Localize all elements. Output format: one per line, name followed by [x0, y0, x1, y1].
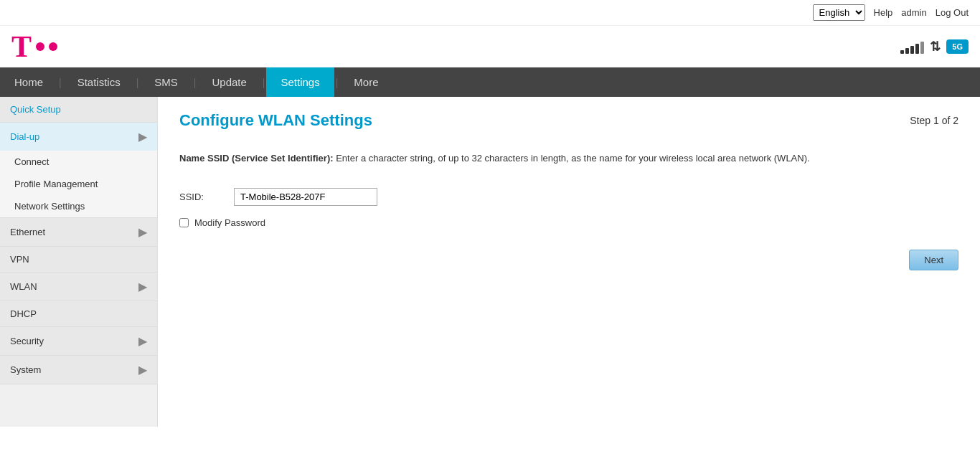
signal-bar-1	[900, 50, 904, 54]
signal-bar-4	[915, 44, 919, 54]
description-label: Name SSID (Service Set Identifier):	[179, 153, 334, 164]
nav-home[interactable]: Home	[0, 67, 57, 97]
brand-logo: T	[11, 32, 57, 62]
modify-password-row: Modify Password	[179, 217, 958, 228]
ethernet-arrow-icon: ▶	[138, 225, 147, 239]
logout-link[interactable]: Log Out	[936, 7, 969, 18]
sidebar-header-vpn[interactable]: VPN	[0, 247, 157, 272]
modify-password-label[interactable]: Modify Password	[194, 217, 265, 228]
sidebar-section-security: Security ▶	[0, 327, 157, 356]
signal-bar-3	[910, 46, 914, 54]
sidebar-header-security[interactable]: Security ▶	[0, 327, 157, 355]
logo-bar: T ⇅ 5G	[0, 26, 980, 67]
logo-t-letter: T	[11, 32, 32, 62]
sidebar-section-dialup: Dial-up ▶ Connect Profile Management Net…	[0, 123, 157, 218]
sidebar-quick-setup[interactable]: Quick Setup	[0, 97, 157, 123]
dialup-arrow-icon: ▶	[138, 130, 147, 143]
sidebar-header-system[interactable]: System ▶	[0, 356, 157, 384]
nav-sep-1: |	[57, 77, 63, 88]
signal-bar-2	[905, 48, 909, 54]
logo-dot-1	[36, 42, 44, 51]
logo-dots	[36, 42, 57, 51]
admin-link[interactable]: admin	[901, 7, 926, 18]
sidebar-header-ethernet[interactable]: Ethernet ▶	[0, 218, 157, 246]
5g-badge: 5G	[946, 39, 969, 54]
sidebar-section-ethernet: Ethernet ▶	[0, 218, 157, 247]
language-select[interactable]: English	[813, 4, 865, 21]
security-arrow-icon: ▶	[138, 334, 147, 348]
form-description: Name SSID (Service Set Identifier): Ente…	[179, 144, 958, 174]
help-link[interactable]: Help	[874, 7, 893, 18]
description-text: Enter a character string, of up to 32 ch…	[336, 153, 809, 164]
nav-sms[interactable]: SMS	[140, 67, 192, 97]
modify-password-checkbox[interactable]	[179, 218, 189, 227]
main-layout: Quick Setup Dial-up ▶ Connect Profile Ma…	[0, 97, 980, 427]
status-icons: ⇅ 5G	[900, 39, 969, 55]
signal-bar-5	[920, 42, 924, 54]
logo-dot-2	[49, 42, 57, 51]
signal-strength	[900, 39, 924, 54]
sidebar-section-wlan: WLAN ▶	[0, 273, 157, 301]
transfer-icon: ⇅	[930, 39, 941, 55]
nav-statistics[interactable]: Statistics	[63, 67, 135, 97]
nav-sep-5: |	[334, 77, 340, 88]
page-title: Configure WLAN Settings Step 1 of 2	[179, 111, 958, 130]
sidebar-item-connect[interactable]: Connect	[0, 151, 157, 173]
sidebar-item-network-settings[interactable]: Network Settings	[0, 195, 157, 217]
sidebar-header-dhcp[interactable]: DHCP	[0, 301, 157, 326]
button-row: Next	[179, 250, 958, 270]
nav-sep-2: |	[135, 77, 141, 88]
ssid-label: SSID:	[179, 192, 222, 202]
sidebar-section-dhcp: DHCP	[0, 301, 157, 327]
sidebar-header-wlan[interactable]: WLAN ▶	[0, 273, 157, 301]
nav-sep-3: |	[192, 77, 198, 88]
nav-sep-4: |	[261, 77, 267, 88]
content-area: Configure WLAN Settings Step 1 of 2 Name…	[158, 97, 980, 427]
nav-settings[interactable]: Settings	[266, 67, 334, 97]
sidebar-section-system: System ▶	[0, 356, 157, 384]
ssid-row: SSID:	[179, 188, 958, 206]
top-bar: English Help admin Log Out	[0, 0, 980, 26]
next-button[interactable]: Next	[909, 250, 958, 270]
main-nav: Home | Statistics | SMS | Update | Setti…	[0, 67, 980, 97]
system-arrow-icon: ▶	[138, 363, 147, 377]
sidebar: Quick Setup Dial-up ▶ Connect Profile Ma…	[0, 97, 158, 427]
nav-more[interactable]: More	[339, 67, 392, 97]
nav-update[interactable]: Update	[197, 67, 260, 97]
sidebar-header-dialup[interactable]: Dial-up ▶	[0, 123, 157, 151]
sidebar-item-profile-management[interactable]: Profile Management	[0, 173, 157, 195]
ssid-input[interactable]	[234, 188, 377, 206]
step-indicator: Step 1 of 2	[910, 115, 958, 126]
sidebar-section-vpn: VPN	[0, 247, 157, 273]
wlan-arrow-icon: ▶	[138, 280, 147, 293]
